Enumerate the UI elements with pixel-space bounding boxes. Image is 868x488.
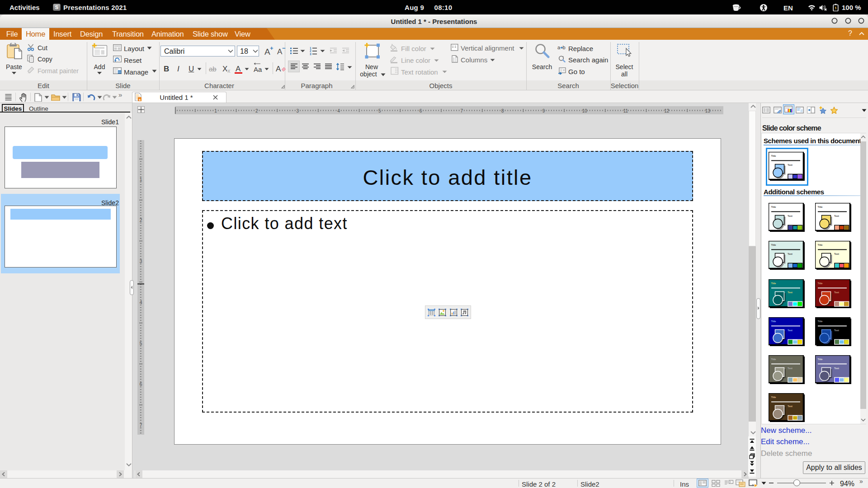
svg-text:Text: Text: [834, 329, 839, 332]
svg-text:Title: Title: [818, 244, 823, 246]
svg-text:Title: Title: [818, 282, 823, 285]
svg-text:8: 8: [501, 108, 504, 113]
svg-text:b: b: [563, 45, 566, 50]
svg-text:Title: Title: [771, 320, 777, 323]
svg-text:5: 5: [140, 341, 142, 346]
svg-text:3: 3: [297, 108, 299, 113]
svg-text:Title: Title: [818, 206, 823, 208]
svg-text:4: 4: [140, 300, 142, 305]
svg-text:2: 2: [255, 108, 258, 113]
svg-text:Title: Title: [771, 155, 777, 157]
svg-text:7: 7: [140, 423, 142, 428]
svg-text:13: 13: [705, 108, 711, 113]
svg-text:Text: Text: [788, 215, 793, 217]
svg-text:Text: Text: [834, 367, 839, 370]
svg-text:Text: Text: [788, 291, 793, 294]
svg-text:1: 1: [140, 177, 142, 182]
svg-text:Title: Title: [818, 358, 823, 361]
svg-text:6: 6: [140, 382, 142, 387]
svg-text:12: 12: [664, 108, 670, 113]
svg-text:Title: Title: [771, 358, 777, 361]
svg-text:Text: Text: [834, 215, 839, 217]
svg-text:Title: Title: [771, 396, 777, 399]
svg-text:11: 11: [623, 108, 628, 113]
svg-text:5: 5: [378, 108, 381, 113]
svg-text:Text: Text: [788, 253, 793, 255]
svg-text:7: 7: [460, 108, 463, 113]
svg-text:1: 1: [214, 108, 217, 113]
svg-text:a: a: [557, 45, 561, 50]
svg-text:Text: Text: [788, 329, 793, 332]
svg-text:Title: Title: [818, 320, 823, 323]
svg-text:Text: Text: [788, 405, 793, 408]
svg-text:3: 3: [140, 259, 142, 264]
svg-text:3: 3: [310, 52, 311, 56]
svg-text:Text: Text: [788, 367, 793, 370]
svg-text:Title: Title: [771, 206, 777, 208]
svg-text:10: 10: [582, 108, 588, 113]
svg-text:9: 9: [542, 108, 545, 113]
svg-text:4: 4: [337, 108, 340, 113]
svg-text:Title: Title: [771, 244, 777, 246]
svg-text:6: 6: [420, 108, 422, 113]
svg-text:Text: Text: [788, 164, 793, 166]
svg-text:Text: Text: [834, 253, 839, 255]
svg-text:Title: Title: [771, 282, 777, 285]
svg-text:2: 2: [140, 218, 142, 223]
svg-text:Text: Text: [834, 291, 839, 294]
